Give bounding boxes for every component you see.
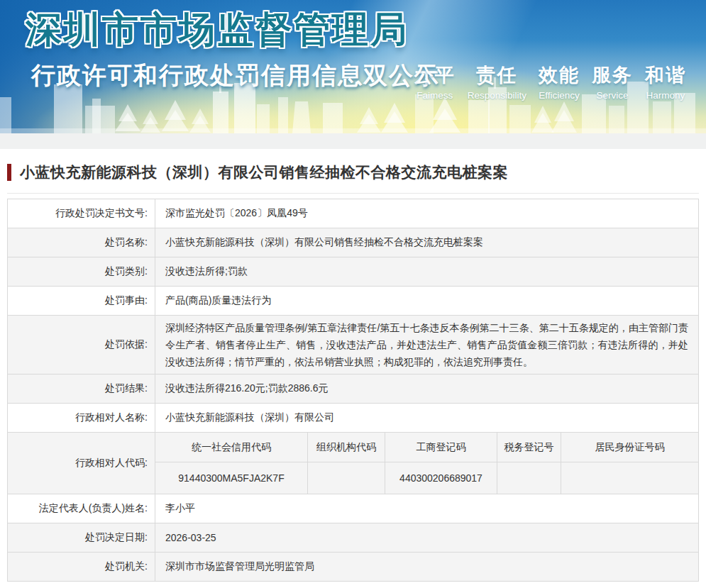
party-code-table: 统一社会信用代码 组织机构代码 工商登记码 税务登记号 居民身份证号码 9144… <box>155 433 698 494</box>
row-value: 小蓝快充新能源科技（深圳）有限公司销售经抽检不合格交流充电桩案案 <box>155 228 698 257</box>
motto-en: Service <box>596 90 628 101</box>
code-table-value-row: 91440300MA5FJA2K7F 440300206689017 <box>155 462 698 494</box>
motto-cn: 和谐 <box>645 62 686 88</box>
row-value: 深市监光处罚〔2026〕凤凰49号 <box>155 199 698 228</box>
row-value: 2026-03-25 <box>155 523 698 552</box>
table-row-penalty-result: 处罚结果: 没收违法所得216.20元;罚款2886.6元 <box>8 375 698 404</box>
code-value-id-number <box>561 462 698 494</box>
table-row-document-number: 行政处罚决定书文号: 深市监光处罚〔2026〕凤凰49号 <box>8 199 698 228</box>
row-label: 行政处罚决定书文号: <box>8 199 155 228</box>
motto-item: 服务 Service <box>592 62 633 101</box>
row-label: 处罚依据: <box>8 316 155 374</box>
code-header-id-number: 居民身份证号码 <box>561 433 698 462</box>
table-row-penalty-authority: 处罚机关: 深圳市市场监督管理局光明监管局 <box>8 553 698 582</box>
table-row-party-codes: 行政相对人代码: 统一社会信用代码 组织机构代码 工商登记码 税务登记号 居民身… <box>8 433 698 494</box>
row-label: 处罚事由: <box>8 287 155 315</box>
motto-item: 效能 Efficiency <box>539 62 580 101</box>
code-value-org-code <box>308 462 385 494</box>
table-row-penalty-basis: 处罚依据: 深圳经济特区产品质量管理条例/第五章法律责任/第五十七条违反本条例第… <box>8 316 698 375</box>
table-row-penalty-reason: 处罚事由: 产品(商品)质量违法行为 <box>8 287 698 316</box>
row-label: 处罚机关: <box>8 553 155 581</box>
row-value: 产品(商品)质量违法行为 <box>155 287 698 315</box>
table-row-party-name: 行政相对人名称: 小蓝快充新能源科技（深圳）有限公司 <box>8 404 698 433</box>
row-value: 没收违法所得216.20元;罚款2886.6元 <box>155 375 698 403</box>
row-label: 处罚类别: <box>8 257 155 286</box>
row-label: 行政相对人代码: <box>8 433 155 494</box>
agency-title: 深圳市市场监督管理局 <box>26 6 409 55</box>
table-row-decision-date: 处罚决定日期: 2026-03-25 <box>8 523 698 553</box>
motto-block: 公平 Faimess 责任 Responsibility 效能 Efficien… <box>414 62 686 101</box>
row-label: 法定代表人(负责人)姓名: <box>8 494 155 523</box>
code-header-business-reg: 工商登记码 <box>385 433 497 462</box>
row-value: 小蓝快充新能源科技（深圳）有限公司 <box>155 404 698 432</box>
code-value-business-reg: 440300206689017 <box>385 462 497 494</box>
motto-en: Responsibility <box>468 90 526 101</box>
code-table-header-row: 统一社会信用代码 组织机构代码 工商登记码 税务登记号 居民身份证号码 <box>155 433 698 462</box>
row-value: 李小平 <box>155 494 698 523</box>
main-content: 小蓝快充新能源科技（深圳）有限公司销售经抽检不合格交流充电桩案案 行政处罚决定书… <box>0 158 706 582</box>
row-value: 深圳市市场监督管理局光明监管局 <box>155 553 698 581</box>
motto-cn: 公平 <box>414 62 456 88</box>
motto-en: Efficiency <box>539 90 580 101</box>
title-accent-bar <box>7 164 11 181</box>
penalty-record-table: 行政处罚决定书文号: 深市监光处罚〔2026〕凤凰49号 处罚名称: 小蓝快充新… <box>7 199 699 582</box>
motto-item: 和谐 Harmony <box>645 62 686 101</box>
row-value: 没收违法所得;罚款 <box>155 257 698 286</box>
header-banner: 深圳市市场监督管理局 行政许可和行政处罚信用信息双公示 公平 Faimess 责… <box>0 0 706 133</box>
table-row-penalty-name: 处罚名称: 小蓝快充新能源科技（深圳）有限公司销售经抽检不合格交流充电桩案案 <box>8 228 698 257</box>
motto-item: 公平 Faimess <box>414 62 456 101</box>
page-title: 小蓝快充新能源科技（深圳）有限公司销售经抽检不合格交流充电桩案案 <box>20 162 508 182</box>
row-value: 深圳经济特区产品质量管理条例/第五章法律责任/第五十七条违反本条例第二十三条、第… <box>155 316 698 374</box>
table-row-penalty-category: 处罚类别: 没收违法所得;罚款 <box>8 257 698 287</box>
motto-en: Faimess <box>417 90 453 101</box>
banner-divider-band <box>0 133 706 149</box>
row-label: 处罚决定日期: <box>8 523 155 552</box>
code-value-tax-reg <box>497 462 561 494</box>
code-header-credit-code: 统一社会信用代码 <box>155 433 308 462</box>
motto-item: 责任 Responsibility <box>468 62 526 101</box>
motto-en: Harmony <box>646 90 685 101</box>
code-header-org-code: 组织机构代码 <box>308 433 385 462</box>
code-value-credit-code: 91440300MA5FJA2K7F <box>155 462 308 494</box>
row-label: 行政相对人名称: <box>8 404 155 432</box>
table-row-legal-representative: 法定代表人(负责人)姓名: 李小平 <box>8 494 698 523</box>
motto-cn: 效能 <box>539 62 580 88</box>
code-header-tax-reg: 税务登记号 <box>497 433 561 462</box>
page-title-row: 小蓝快充新能源科技（深圳）有限公司销售经抽检不合格交流充电桩案案 <box>7 158 699 187</box>
row-label: 处罚名称: <box>8 228 155 257</box>
title-separator <box>7 193 699 194</box>
motto-cn: 责任 <box>476 62 517 88</box>
banner-subtitle: 行政许可和行政处罚信用信息双公示 <box>31 60 440 92</box>
motto-cn: 服务 <box>592 62 633 88</box>
row-label: 处罚结果: <box>8 375 155 403</box>
